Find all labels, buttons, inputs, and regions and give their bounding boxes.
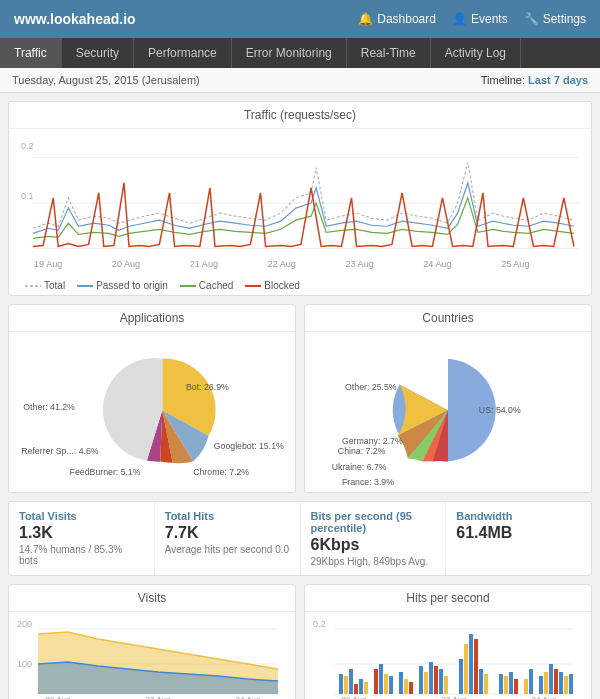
- y-label-0.1: 0.1: [21, 191, 34, 201]
- svg-text:Ukraine: 6.7%: Ukraine: 6.7%: [332, 462, 387, 472]
- tab-security[interactable]: Security: [62, 38, 134, 68]
- svg-rect-56: [344, 676, 348, 694]
- svg-rect-58: [384, 674, 388, 694]
- stat-total-visits-sub: 14.7% humans / 85.3% bots: [19, 544, 144, 566]
- svg-rect-44: [429, 662, 433, 694]
- svg-rect-43: [419, 666, 423, 694]
- svg-text:Other: 25.5%: Other: 25.5%: [345, 382, 397, 392]
- stat-total-hits-label: Total Hits: [165, 510, 290, 522]
- svg-rect-64: [504, 676, 508, 694]
- svg-rect-45: [439, 669, 443, 694]
- legend-blocked: Blocked: [245, 280, 300, 291]
- legend-total: Total: [25, 280, 65, 291]
- svg-rect-53: [549, 664, 553, 694]
- visits-chart-svg: 20 Aug 22 Aug 24 Aug: [29, 614, 287, 699]
- stat-total-hits-value: 7.7K: [165, 524, 290, 542]
- svg-text:Googlebot: 15.1%: Googlebot: 15.1%: [214, 441, 284, 451]
- header: www.lookahead.io 🔔 Dashboard 👤 Events 🔧 …: [0, 0, 600, 38]
- svg-rect-57: [364, 682, 368, 694]
- traffic-chart-title: Traffic (requests/sec): [9, 102, 591, 129]
- hits-chart-svg: 20 Aug 22 Aug 24 Aug: [325, 614, 583, 699]
- svg-text:Bot: 26.9%: Bot: 26.9%: [186, 382, 229, 392]
- stat-bps: Bits per second (95 percentile) 6Kbps 29…: [301, 502, 447, 575]
- stat-bps-value: 6Kbps: [311, 536, 436, 554]
- svg-rect-74: [554, 669, 558, 694]
- events-nav-item[interactable]: 👤 Events: [452, 12, 508, 26]
- timeline-value[interactable]: Last 7 days: [528, 74, 588, 86]
- svg-text:22 Aug: 22 Aug: [442, 695, 467, 699]
- svg-text:FeedBurner: 5.1%: FeedBurner: 5.1%: [70, 467, 141, 477]
- dashboard-nav-item[interactable]: 🔔 Dashboard: [358, 12, 436, 26]
- traffic-panel: Traffic (requests/sec) 0.2 0.1: [8, 101, 592, 296]
- svg-rect-59: [404, 679, 408, 694]
- countries-title: Countries: [305, 305, 591, 332]
- stat-total-visits: Total Visits 1.3K 14.7% humans / 85.3% b…: [9, 502, 155, 575]
- svg-rect-47: [469, 634, 473, 694]
- svg-text:22 Aug: 22 Aug: [146, 695, 171, 699]
- tab-realtime[interactable]: Real-Time: [347, 38, 431, 68]
- svg-rect-69: [374, 669, 378, 694]
- visits-panel: Visits 200 100: [8, 584, 296, 699]
- hits-y-0.2: 0.2: [313, 619, 326, 629]
- stat-bps-label: Bits per second (95 percentile): [311, 510, 436, 534]
- svg-rect-37: [339, 674, 343, 694]
- svg-rect-52: [539, 676, 543, 694]
- svg-text:20 Aug: 20 Aug: [112, 259, 140, 269]
- svg-text:Chrome: 7.2%: Chrome: 7.2%: [193, 467, 249, 477]
- svg-rect-55: [569, 674, 573, 694]
- tab-activity-log[interactable]: Activity Log: [431, 38, 521, 68]
- tab-performance[interactable]: Performance: [134, 38, 232, 68]
- stat-bps-sub: 29Kbps High, 849bps Avg.: [311, 556, 436, 567]
- svg-text:24 Aug: 24 Aug: [423, 259, 451, 269]
- svg-text:Other: 41.2%: Other: 41.2%: [23, 402, 75, 412]
- applications-title: Applications: [9, 305, 295, 332]
- tab-error-monitoring[interactable]: Error Monitoring: [232, 38, 347, 68]
- svg-rect-67: [564, 676, 568, 694]
- svg-rect-65: [524, 679, 528, 694]
- current-date: Tuesday, August 25, 2015 (Jerusalem): [12, 74, 200, 86]
- svg-rect-49: [499, 674, 503, 694]
- stat-total-visits-label: Total Visits: [19, 510, 144, 522]
- stat-total-hits: Total Hits 7.7K Average hits per second …: [155, 502, 301, 575]
- svg-rect-54: [559, 672, 563, 694]
- y-label-0.2: 0.2: [21, 141, 34, 151]
- traffic-legend: Total Passed to origin Cached Blocked: [17, 276, 583, 295]
- countries-chart: US: 54.0% Other: 25.5% China: 7.2% Ukrai…: [309, 336, 587, 485]
- svg-rect-39: [359, 679, 363, 694]
- svg-text:21 Aug: 21 Aug: [190, 259, 218, 269]
- svg-text:25 Aug: 25 Aug: [501, 259, 529, 269]
- stat-total-visits-value: 1.3K: [19, 524, 144, 542]
- svg-text:20 Aug: 20 Aug: [342, 695, 367, 699]
- svg-rect-41: [389, 676, 393, 694]
- nav-tabs: Traffic Security Performance Error Monit…: [0, 38, 600, 68]
- svg-rect-71: [434, 666, 438, 694]
- svg-rect-40: [379, 664, 383, 694]
- svg-rect-50: [509, 672, 513, 694]
- date-bar: Tuesday, August 25, 2015 (Jerusalem) Tim…: [0, 68, 600, 93]
- svg-rect-63: [484, 674, 488, 694]
- settings-nav-item[interactable]: 🔧 Settings: [524, 12, 586, 26]
- hits-panel: Hits per second 0.2: [304, 584, 592, 699]
- visits-title: Visits: [9, 585, 295, 612]
- stat-bandwidth: Bandwidth 61.4MB: [446, 502, 591, 575]
- svg-rect-61: [444, 676, 448, 694]
- svg-text:23 Aug: 23 Aug: [345, 259, 373, 269]
- svg-rect-66: [544, 672, 548, 694]
- svg-text:Germany: 2.7%: Germany: 2.7%: [342, 436, 403, 446]
- stats-bar: Total Visits 1.3K 14.7% humans / 85.3% b…: [8, 501, 592, 576]
- svg-rect-70: [409, 682, 413, 694]
- svg-text:US: 54.0%: US: 54.0%: [479, 405, 521, 415]
- svg-rect-72: [474, 639, 478, 694]
- svg-rect-48: [479, 669, 483, 694]
- svg-rect-38: [349, 669, 353, 694]
- svg-rect-60: [424, 672, 428, 694]
- tab-traffic[interactable]: Traffic: [0, 38, 62, 68]
- site-logo: www.lookahead.io: [14, 11, 136, 27]
- countries-panel: Countries US: 54.0%: [304, 304, 592, 493]
- svg-text:20 Aug: 20 Aug: [46, 695, 71, 699]
- svg-text:19 Aug: 19 Aug: [34, 259, 62, 269]
- svg-text:France: 3.9%: France: 3.9%: [342, 477, 394, 485]
- legend-passed: Passed to origin: [77, 280, 168, 291]
- visits-y-200: 200: [17, 619, 32, 629]
- svg-rect-62: [464, 644, 468, 694]
